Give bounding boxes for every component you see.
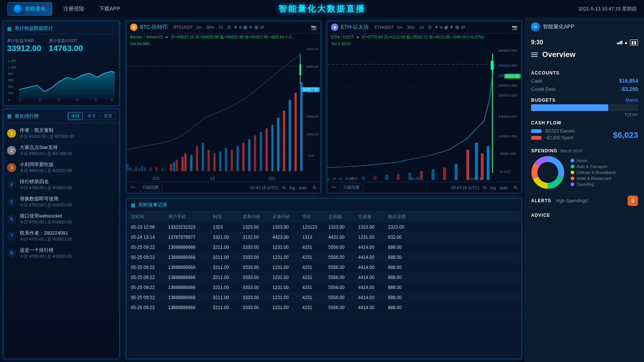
- eth-chart-footer: 〜 日期范围 02:47:15 (UTC) % log auto ↻: [327, 182, 521, 193]
- svg-text:1,000: 1,000: [8, 65, 16, 69]
- svg-text:1500.00: 1500.00: [498, 115, 517, 118]
- eth-log-label[interactable]: log: [490, 185, 496, 190]
- eth-auto-label[interactable]: auto: [500, 185, 508, 190]
- btc-chart-icon: ▦: [243, 25, 247, 30]
- svg-rect-61: [277, 118, 279, 171]
- svg-text:20000.00: 20000.00: [306, 114, 318, 118]
- btc-camera-icon[interactable]: 📷: [311, 25, 317, 30]
- list-item: 8 这是一个排行榜 今日 ¥700.00 | 总 ¥18923.00: [3, 245, 119, 262]
- btc-tf-d[interactable]: D: [226, 25, 232, 30]
- svg-text:3500.00: 3500.00: [498, 64, 517, 67]
- svg-rect-96: [385, 175, 388, 180]
- credit-value: -$3,250: [621, 86, 638, 92]
- svg-text:2000.00: 2000.00: [498, 93, 517, 97]
- btc-tf-30m[interactable]: 30m: [205, 25, 215, 30]
- tab-all[interactable]: 所有: [101, 112, 116, 120]
- svg-text:0.00: 0.00: [308, 153, 314, 158]
- eth-tf-d[interactable]: D: [427, 25, 433, 30]
- btc-add-icon[interactable]: ⊕: [254, 24, 259, 30]
- eth-date-range[interactable]: 日期范围: [340, 184, 363, 191]
- svg-rect-67: [299, 64, 301, 75]
- alerts-badge[interactable]: 5: [628, 196, 638, 206]
- credit-label: Credit Debt: [531, 86, 556, 92]
- eth-more-icon: ▼: [449, 25, 454, 29]
- tab-month[interactable]: 本月: [84, 112, 99, 120]
- rank-number: 2: [7, 146, 16, 155]
- main-layout: ▦ 累计收益数据统计 累计收益/RMB 33912.00 累计收益/USDT 1…: [0, 18, 644, 362]
- nav-register[interactable]: 注册登陆: [63, 6, 84, 12]
- table-cell: 3211.00: [213, 255, 243, 260]
- stats-box: ▦ 累计收益数据统计 累计收益/RMB 33912.00 累计收益/USDT 1…: [3, 21, 120, 106]
- btc-share-icon[interactable]: ⇄: [260, 25, 264, 30]
- svg-rect-49: [208, 150, 210, 171]
- svg-rect-63: [288, 100, 291, 171]
- app-logo-icon: ⚙: [531, 22, 540, 31]
- budgets-month: March: [626, 98, 638, 103]
- legend-dot: [571, 165, 574, 168]
- earned-dot: [531, 129, 542, 133]
- budgets-label-row: BUDGETS March: [531, 98, 638, 103]
- rmb-label: 累计收益/RMB: [7, 38, 41, 44]
- table-cell: 05-25 09:22: [131, 265, 168, 270]
- table-cell: 5556.00: [328, 255, 358, 260]
- eth-add-icon[interactable]: ⊕: [455, 24, 460, 30]
- table-cell: 4414.00: [358, 245, 388, 250]
- btc-refresh-icon[interactable]: ↻: [313, 185, 317, 190]
- hamburger-icon[interactable]: [531, 53, 538, 57]
- svg-text:3: 3: [57, 97, 59, 101]
- svg-rect-46: [190, 155, 192, 171]
- btc-tf-1m[interactable]: 1m: [195, 25, 203, 30]
- rank-info: 排行榜第四名 今日 ¥700.00 | 总 ¥18923.00: [20, 178, 116, 191]
- nav-download[interactable]: 下载APP: [99, 6, 120, 12]
- table-column-header: 利润: [213, 214, 243, 220]
- overview-title: Overview: [542, 50, 575, 59]
- svg-rect-43: [176, 160, 178, 171]
- table-column-header: 购买花费: [388, 214, 418, 220]
- table-cell: 1231.00: [272, 275, 302, 280]
- table-row: 05-25 09:22138888866663211.003333.001231…: [126, 293, 521, 303]
- table-cell: 888.00: [388, 305, 418, 310]
- btc-tf-1h[interactable]: 1h: [217, 25, 224, 30]
- donut-svg: [531, 156, 565, 189]
- table-cell: 5556.00: [328, 295, 358, 300]
- eth-tf-1m[interactable]: 1m: [395, 25, 404, 30]
- btc-chart-footer: 〜 日期范围 02:47:15 (UTC) % log auto ↻: [126, 182, 321, 193]
- table-cell: 05-25 09:22: [131, 245, 168, 250]
- btc-log-label[interactable]: log: [290, 185, 295, 190]
- eth-tf-1h[interactable]: 1h: [418, 25, 425, 30]
- svg-rect-94: [362, 177, 365, 180]
- eth-camera-icon[interactable]: 📷: [512, 25, 518, 30]
- tab-today[interactable]: 今日: [68, 112, 83, 120]
- table-cell: 3333.00: [243, 255, 272, 260]
- spending-title-row: SPENDING March 2018: [531, 148, 638, 153]
- rank-name: 替换数据即可使用: [20, 196, 116, 202]
- eth-share-icon[interactable]: ⇄: [461, 25, 465, 30]
- table-cell: 5556.00: [328, 275, 358, 280]
- app-title: 智能量化APP: [543, 23, 574, 30]
- eth-chart-info: ETH / USDT ● 开=3770.00 高=4172.56 低=3550.…: [327, 34, 521, 41]
- svg-text:0.00: 0.00: [500, 170, 510, 174]
- stats-header: ▦ 累计收益数据统计: [7, 25, 116, 34]
- eth-subtitle: ETH / USDT: [331, 35, 354, 39]
- table-cell: 3132.00: [243, 235, 272, 240]
- btc-date-range[interactable]: 日期范围: [139, 184, 162, 191]
- table-cell: 5556.00: [328, 305, 358, 310]
- table-cell: 05-25 09:22: [131, 255, 168, 260]
- eth-refresh-icon[interactable]: ↻: [514, 185, 518, 190]
- eth-tf-30m[interactable]: 30m: [405, 25, 416, 30]
- svg-rect-33: [132, 169, 135, 171]
- rank-sub: 今日 ¥1000.00 | 总 ¥22000.00: [20, 134, 116, 139]
- table-cell: 05-25 09:22: [131, 275, 168, 280]
- eth-icon: ◆: [331, 23, 338, 31]
- btc-auto-label[interactable]: auto: [299, 185, 307, 190]
- table-cell: 5556.00: [328, 265, 358, 270]
- app-header: ⚙ 智能量化APP: [525, 18, 644, 36]
- bar-chart-icon: ▦: [7, 26, 12, 31]
- usdt-value: 14763.00: [49, 44, 83, 53]
- svg-rect-92: [339, 178, 342, 180]
- svg-text:2: 2: [39, 97, 41, 101]
- logo-button[interactable]: ⚙ 智能量化: [7, 2, 52, 16]
- table-column-header: 交易额: [328, 214, 358, 220]
- rank-name: 排行榜第四名: [20, 178, 116, 185]
- btc-vol-text: Vol 34.89K: [130, 41, 150, 46]
